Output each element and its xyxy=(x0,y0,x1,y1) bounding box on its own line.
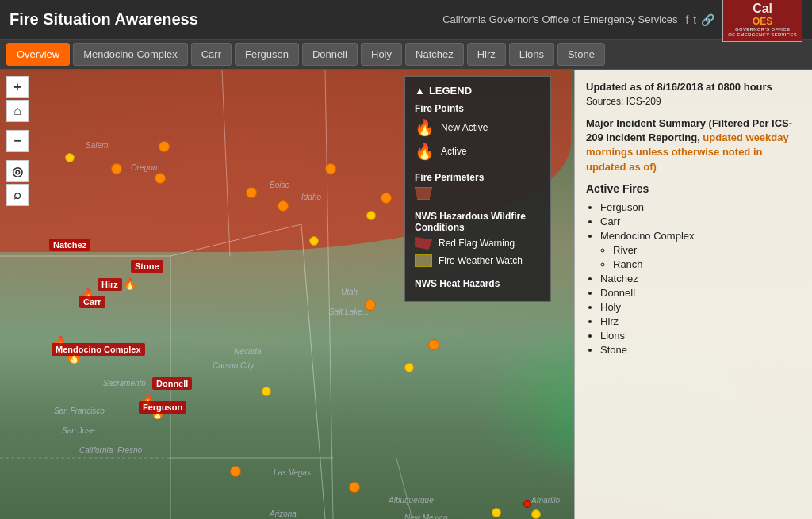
fire-dot xyxy=(246,187,257,198)
fire-dot xyxy=(492,508,501,517)
fire-sub-item-river: River xyxy=(613,244,801,256)
perimeter-icon xyxy=(415,187,432,200)
tab-carr[interactable]: Carr xyxy=(191,43,232,66)
fire-label-natchez[interactable]: Natchez xyxy=(49,239,90,251)
tab-mendocino-complex[interactable]: Mendocino Complex xyxy=(73,43,188,66)
facebook-icon[interactable]: f xyxy=(685,13,688,26)
updated-text: Updated as of 8/16/2018 at 0800 hours xyxy=(586,81,801,93)
fire-list: FergusonCarrMendocino ComplexRiverRanchN… xyxy=(586,201,801,356)
legend-panel: ▲ LEGEND Fire Points 🔥 New Active 🔥 Acti… xyxy=(404,76,551,302)
legend-header: ▲ LEGEND xyxy=(415,85,541,97)
fire-perimeters-title: Fire Perimeters xyxy=(415,172,541,183)
logo-oes: OES xyxy=(728,16,797,27)
twitter-icon[interactable]: t xyxy=(693,13,696,26)
search-button[interactable]: ⌕ xyxy=(6,184,29,206)
locate-button[interactable]: ◎ xyxy=(6,160,29,182)
fire-list-item-carr: Carr xyxy=(600,216,801,227)
fire-dot xyxy=(531,509,541,519)
tab-hirz[interactable]: Hirz xyxy=(467,43,506,66)
map-controls: +⌂−◎⌕ xyxy=(6,76,29,206)
active-label: Active xyxy=(441,146,467,157)
legend-new-active: 🔥 New Active xyxy=(415,118,541,137)
fire-list-item-lions: Lions xyxy=(600,330,801,342)
home-button[interactable]: ⌂ xyxy=(6,100,29,122)
nws-heat-title: NWS Heat Hazards xyxy=(415,278,541,289)
tab-donnell[interactable]: Donnell xyxy=(302,43,358,66)
fire-sub-item-ranch: Ranch xyxy=(613,258,801,270)
fire-list-item-holy: Holy xyxy=(600,301,801,313)
app-header: Fire Situation Awareness California Gove… xyxy=(0,0,812,40)
legend-title: LEGEND xyxy=(429,85,472,97)
legend-fire-watch: Fire Weather Watch xyxy=(415,254,541,267)
fire-watch-icon xyxy=(415,254,432,267)
zoom-out-button[interactable]: − xyxy=(6,130,29,152)
active-fires-title: Active Fires xyxy=(586,182,801,195)
legend-collapse-icon[interactable]: ▲ xyxy=(415,85,425,97)
tab-overview[interactable]: Overview xyxy=(6,43,70,66)
hirz-new-icon: 🔥 xyxy=(123,277,136,290)
red-flag-icon xyxy=(415,237,432,250)
tab-stone[interactable]: Stone xyxy=(557,43,605,66)
logo-cal: Cal xyxy=(728,1,797,16)
red-flag-label: Red Flag Warning xyxy=(439,238,515,249)
fire-dot xyxy=(65,153,75,162)
fire-points-title: Fire Points xyxy=(415,103,541,114)
link-icon[interactable]: 🔗 xyxy=(701,13,714,26)
fire-list-item-stone: Stone xyxy=(600,344,801,356)
tab-lions[interactable]: Lions xyxy=(509,43,554,66)
fire-dot xyxy=(230,466,241,477)
app-title: Fire Situation Awareness xyxy=(10,10,198,29)
fire-dot xyxy=(325,163,336,174)
fire-label-donnell[interactable]: Donnell xyxy=(152,377,192,390)
fire-label-carr[interactable]: Carr xyxy=(79,296,105,308)
fire-weather-label: Fire Weather Watch xyxy=(439,255,523,266)
logo-box: Cal OES GOVERNOR'S OFFICEOF EMERGENCY SE… xyxy=(722,0,802,42)
fire-list-item-natchez: Natchez xyxy=(600,273,801,284)
legend-red-flag: Red Flag Warning xyxy=(415,237,541,250)
main-content: 🔥 🔥 🔥 🔥 🔥 🔥 🔥 NatchezStoneHirzCarrMendoc… xyxy=(0,70,812,519)
fire-list-item-donnell: Donnell xyxy=(600,287,801,299)
fire-dot xyxy=(523,500,531,508)
fire-dot xyxy=(428,339,439,350)
fire-dot xyxy=(309,236,319,246)
zoom-in-button[interactable]: + xyxy=(6,76,29,98)
fire-dot xyxy=(404,363,414,372)
fire-label-hirz[interactable]: Hirz xyxy=(98,278,122,291)
tab-holy[interactable]: Holy xyxy=(361,43,402,66)
info-panel: Updated as of 8/16/2018 at 0800 hours So… xyxy=(574,70,812,519)
fire-dot xyxy=(155,173,166,184)
fire-label-mendocino-complex[interactable]: Mendocino Complex xyxy=(52,343,145,356)
fire-dot xyxy=(278,200,289,212)
nws-hazardous-title: NWS Hazardous Wildfire Conditions xyxy=(415,211,541,233)
legend-active: 🔥 Active xyxy=(415,142,541,161)
summary-title: Major Incident Summary (Filtered Per ICS… xyxy=(586,116,801,174)
fire-list-item-hirz: Hirz xyxy=(600,315,801,327)
new-active-label: New Active xyxy=(441,122,488,133)
header-right: California Governor's Office of Emergenc… xyxy=(442,0,802,42)
fire-label-stone[interactable]: Stone xyxy=(131,260,163,273)
fire-list-item-mendocino-complex: Mendocino ComplexRiverRanch xyxy=(600,230,801,270)
fire-dot xyxy=(381,193,392,204)
active-icon: 🔥 xyxy=(415,142,435,161)
tab-ferguson[interactable]: Ferguson xyxy=(235,43,299,66)
cal-oes-logo: Cal OES GOVERNOR'S OFFICEOF EMERGENCY SE… xyxy=(722,0,802,42)
fire-label-ferguson[interactable]: Ferguson xyxy=(139,401,186,414)
social-icons: f t 🔗 xyxy=(685,13,714,26)
new-active-icon: 🔥 xyxy=(415,118,435,137)
fire-dot xyxy=(262,387,271,396)
logo-sub: GOVERNOR'S OFFICEOF EMERGENCY SERVICES xyxy=(728,27,797,38)
tab-natchez[interactable]: Natchez xyxy=(405,43,464,66)
sources-text: Sources: ICS-209 xyxy=(586,96,801,107)
legend-perimeter-item xyxy=(415,187,541,200)
fire-dot xyxy=(349,482,360,493)
agency-name: California Governor's Office of Emergenc… xyxy=(442,13,677,25)
tab-bar: OverviewMendocino ComplexCarrFergusonDon… xyxy=(0,40,812,70)
fire-dot xyxy=(366,211,376,220)
fire-dot xyxy=(111,163,122,174)
fire-dot xyxy=(159,141,170,152)
fire-list-item-ferguson: Ferguson xyxy=(600,201,801,213)
fire-dot xyxy=(365,300,376,311)
